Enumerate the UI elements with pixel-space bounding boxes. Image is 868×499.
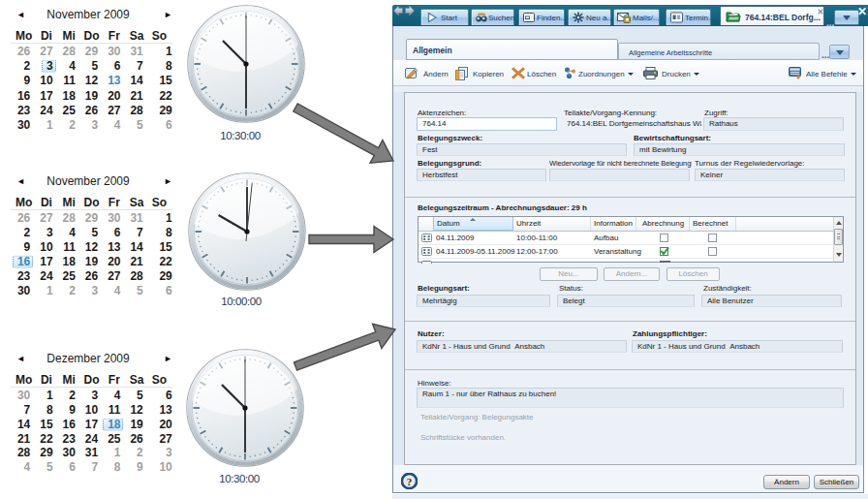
- svg-text:?: ?: [407, 476, 413, 487]
